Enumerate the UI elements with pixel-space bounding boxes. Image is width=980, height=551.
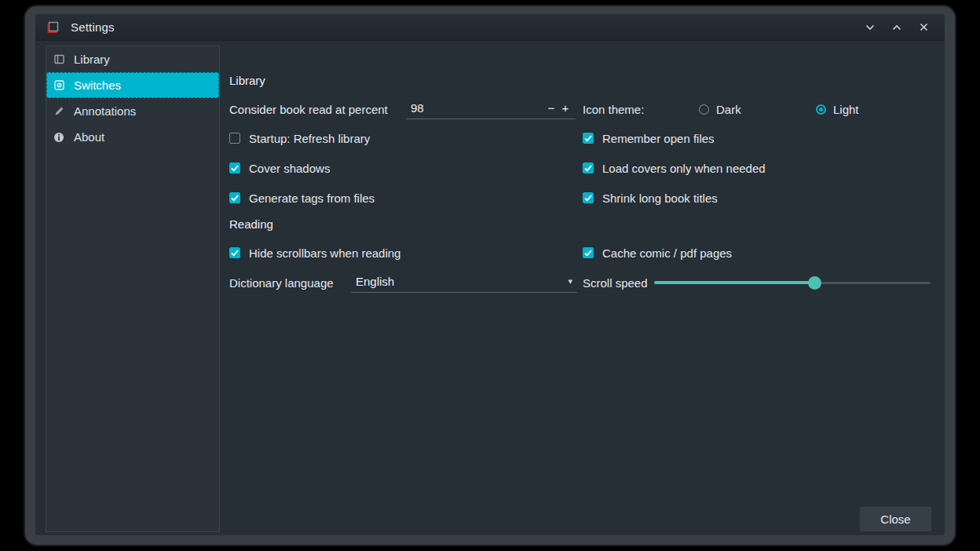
sidebar-item-label: About xyxy=(74,130,104,144)
checkbox-icon[interactable] xyxy=(583,192,594,203)
close-button[interactable]: Close xyxy=(859,506,932,532)
sidebar-item-label: Library xyxy=(74,53,110,66)
checkbox-label: Startup: Refresh library xyxy=(249,132,370,145)
window-controls xyxy=(861,19,932,36)
screen: Settings xyxy=(0,0,980,551)
chevron-down-icon: ▾ xyxy=(568,276,572,286)
radio-icon[interactable] xyxy=(816,104,826,115)
checkbox-label: Hide scrollbars when reading xyxy=(249,246,400,260)
library-section-heading: Library xyxy=(229,74,265,87)
checkbox-label: Cover shadows xyxy=(249,162,330,175)
sidebar-item-annotations[interactable]: Annotations xyxy=(46,98,219,124)
read-percent-label: Consider book read at percent xyxy=(229,103,406,116)
icon-theme-label: Icon theme: xyxy=(583,103,644,116)
checkbox-icon[interactable] xyxy=(583,133,594,144)
chevron-up-icon[interactable] xyxy=(888,19,905,36)
checkbox-label: Generate tags from files xyxy=(249,192,375,205)
slider-handle[interactable] xyxy=(808,276,821,290)
spinbox-decrement-button[interactable]: − xyxy=(544,101,558,115)
settings-nav-list: Library Switches xyxy=(46,46,220,532)
radio-label: Dark xyxy=(716,103,741,116)
sidebar-item-library[interactable]: Library xyxy=(46,46,219,72)
app-logo-book-icon xyxy=(46,20,60,35)
checkbox-label: Cache comic / pdf pages xyxy=(602,246,732,260)
pencil-icon xyxy=(53,105,65,118)
shrink-long-titles-checkbox[interactable]: Shrink long book titles xyxy=(583,192,718,205)
generate-tags-checkbox[interactable]: Generate tags from files xyxy=(229,192,375,205)
scroll-speed-fill xyxy=(654,281,814,284)
load-covers-when-needed-checkbox[interactable]: Load covers only when needed xyxy=(583,162,766,175)
checkbox-icon[interactable] xyxy=(229,192,240,203)
startup-refresh-library-checkbox[interactable]: Startup: Refresh library xyxy=(229,132,370,145)
cover-shadows-checkbox[interactable]: Cover shadows xyxy=(229,162,330,175)
sidebar-item-about[interactable]: About xyxy=(46,124,219,150)
checkbox-label: Remember open files xyxy=(602,132,715,145)
checkbox-icon[interactable] xyxy=(583,162,594,173)
hide-scrollbars-checkbox[interactable]: Hide scrollbars when reading xyxy=(229,246,400,260)
icon-theme-dark-option[interactable]: Dark xyxy=(699,103,741,116)
gear-icon xyxy=(53,79,65,92)
settings-window: Settings xyxy=(25,6,955,545)
settings-dialog: Settings xyxy=(35,14,945,535)
chevron-down-icon[interactable] xyxy=(861,19,879,36)
icon-theme-light-option[interactable]: Light xyxy=(816,103,859,116)
dictionary-language-dropdown[interactable]: English ▾ xyxy=(351,272,577,293)
reading-section-heading: Reading xyxy=(229,217,273,231)
checkbox-icon[interactable] xyxy=(229,133,240,144)
spinbox-increment-button[interactable]: + xyxy=(558,101,572,115)
cache-comic-pdf-checkbox[interactable]: Cache comic / pdf pages xyxy=(583,246,732,260)
close-icon[interactable] xyxy=(915,19,932,36)
checkbox-icon[interactable] xyxy=(583,247,594,258)
checkbox-label: Shrink long book titles xyxy=(602,192,718,205)
sidebar-item-label: Switches xyxy=(74,78,121,92)
info-icon xyxy=(53,131,65,144)
titlebar[interactable]: Settings xyxy=(35,14,945,41)
radio-icon[interactable] xyxy=(699,104,709,115)
read-percent-spinbox[interactable]: 98 − + xyxy=(406,99,576,119)
sidebar-item-switches[interactable]: Switches xyxy=(46,72,219,98)
checkbox-label: Load covers only when needed xyxy=(602,162,766,175)
scroll-speed-label: Scroll speed xyxy=(583,276,648,290)
radio-label: Light xyxy=(833,103,859,116)
read-percent-value[interactable]: 98 xyxy=(411,101,544,115)
checkbox-icon[interactable] xyxy=(229,162,240,173)
switches-page: Library Consider book read at percent 98… xyxy=(229,41,931,535)
book-icon xyxy=(53,53,65,66)
sidebar-item-label: Annotations xyxy=(74,104,136,118)
checkbox-icon[interactable] xyxy=(229,247,240,258)
remember-open-files-checkbox[interactable]: Remember open files xyxy=(583,132,715,145)
dictionary-language-label: Dictionary language xyxy=(229,276,351,290)
scroll-speed-slider[interactable] xyxy=(654,276,931,289)
window-title: Settings xyxy=(71,20,115,34)
dictionary-language-value: English xyxy=(356,275,568,288)
